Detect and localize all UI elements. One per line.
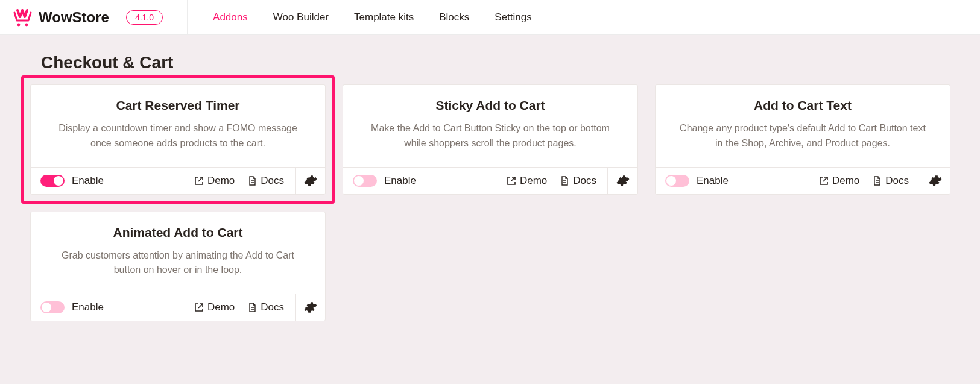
addon-title: Animated Add to Cart — [43, 225, 313, 240]
demo-label: Demo — [207, 175, 235, 187]
demo-label: Demo — [832, 175, 859, 187]
external-link-icon — [507, 176, 516, 186]
demo-label: Demo — [520, 175, 547, 187]
demo-link[interactable]: Demo — [194, 175, 235, 187]
external-link-icon — [194, 303, 204, 312]
app-header: WowStore 4.1.0 Addons Woo Builder Templa… — [0, 0, 980, 35]
brand-name: WowStore — [39, 9, 109, 26]
settings-button[interactable] — [920, 168, 950, 194]
gear-icon — [304, 301, 317, 314]
addon-card-add-to-cart-text: Add to Cart Text Change any product type… — [655, 84, 950, 195]
addon-description: Make the Add to Cart Button Sticky on th… — [367, 121, 614, 151]
addon-grid: Cart Reserved Timer Display a countdown … — [30, 84, 950, 321]
docs-link[interactable]: Docs — [560, 175, 596, 187]
demo-link[interactable]: Demo — [507, 175, 547, 187]
document-icon — [873, 176, 882, 186]
addon-card-cart-reserved-timer: Cart Reserved Timer Display a countdown … — [21, 75, 335, 204]
demo-link[interactable]: Demo — [194, 301, 235, 313]
document-icon — [248, 176, 257, 186]
addon-title: Sticky Add to Cart — [355, 98, 625, 113]
addon-title: Cart Reserved Timer — [43, 98, 313, 113]
addon-description: Display a countdown timer and show a FOM… — [54, 121, 302, 151]
nav-settings[interactable]: Settings — [495, 11, 531, 24]
nav-woo-builder[interactable]: Woo Builder — [273, 11, 329, 24]
document-icon — [248, 303, 257, 312]
enable-toggle[interactable] — [40, 301, 65, 313]
nav-template-kits[interactable]: Template kits — [354, 11, 414, 24]
enable-label: Enable — [384, 175, 416, 187]
nav-blocks[interactable]: Blocks — [439, 11, 469, 24]
enable-label: Enable — [72, 175, 104, 187]
addon-description: Change any product type's default Add to… — [679, 121, 926, 151]
gear-icon — [304, 174, 317, 187]
enable-toggle[interactable] — [353, 175, 377, 187]
external-link-icon — [819, 176, 829, 186]
addon-description: Grab customers attention by animating th… — [54, 248, 302, 279]
wowstore-logo-icon — [13, 8, 34, 27]
version-badge: 4.1.0 — [126, 10, 163, 25]
gear-icon — [616, 174, 630, 187]
docs-label: Docs — [261, 175, 284, 187]
docs-label: Docs — [261, 301, 284, 313]
document-icon — [560, 176, 569, 186]
addon-title: Add to Cart Text — [668, 98, 938, 113]
settings-button[interactable] — [295, 294, 325, 321]
docs-label: Docs — [885, 175, 909, 187]
docs-label: Docs — [573, 175, 596, 187]
enable-toggle[interactable] — [665, 175, 689, 187]
settings-button[interactable] — [607, 168, 637, 194]
addon-card-animated-add-to-cart: Animated Add to Cart Grab customers atte… — [30, 212, 326, 322]
demo-link[interactable]: Demo — [819, 175, 859, 187]
brand-logo[interactable]: WowStore — [13, 8, 109, 27]
addon-card-sticky-add-to-cart: Sticky Add to Cart Make the Add to Cart … — [343, 84, 638, 195]
nav-addons[interactable]: Addons — [213, 11, 248, 24]
main-content: Checkout & Cart Cart Reserved Timer Disp… — [0, 35, 980, 336]
svg-point-1 — [25, 23, 28, 26]
enable-toggle[interactable] — [40, 175, 65, 187]
docs-link[interactable]: Docs — [248, 301, 284, 313]
gear-icon — [929, 174, 942, 187]
docs-link[interactable]: Docs — [248, 175, 284, 187]
external-link-icon — [194, 176, 204, 186]
settings-button[interactable] — [295, 168, 325, 194]
demo-label: Demo — [207, 301, 235, 313]
enable-label: Enable — [697, 175, 729, 187]
enable-label: Enable — [72, 301, 104, 313]
main-nav: Addons Woo Builder Template kits Blocks … — [187, 0, 532, 34]
svg-point-0 — [17, 23, 21, 26]
docs-link[interactable]: Docs — [873, 175, 909, 187]
section-title: Checkout & Cart — [41, 53, 950, 72]
